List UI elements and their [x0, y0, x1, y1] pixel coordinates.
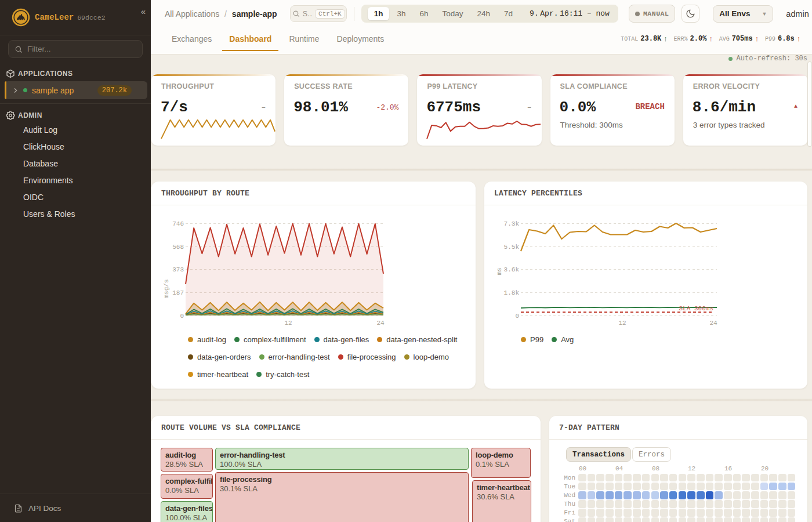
svg-text:187: 187 — [172, 289, 184, 296]
svg-text:24: 24 — [376, 320, 385, 327]
svg-text:373: 373 — [172, 266, 184, 273]
svg-text:msg/s: msg/s — [163, 279, 170, 298]
svg-text:746: 746 — [172, 220, 184, 227]
svg-text:568: 568 — [172, 244, 184, 251]
svg-text:1.8k: 1.8k — [504, 289, 520, 296]
svg-text:SLA 300ms: SLA 300ms — [679, 305, 713, 312]
svg-text:24: 24 — [709, 320, 717, 327]
svg-text:3.6k: 3.6k — [504, 266, 520, 273]
svg-text:0: 0 — [515, 313, 519, 320]
svg-text:12: 12 — [284, 320, 292, 327]
svg-text:ms: ms — [496, 267, 503, 275]
svg-text:12: 12 — [618, 320, 626, 327]
svg-text:7.3k: 7.3k — [504, 220, 520, 227]
svg-text:5.5k: 5.5k — [504, 244, 520, 251]
svg-text:0: 0 — [180, 313, 184, 320]
